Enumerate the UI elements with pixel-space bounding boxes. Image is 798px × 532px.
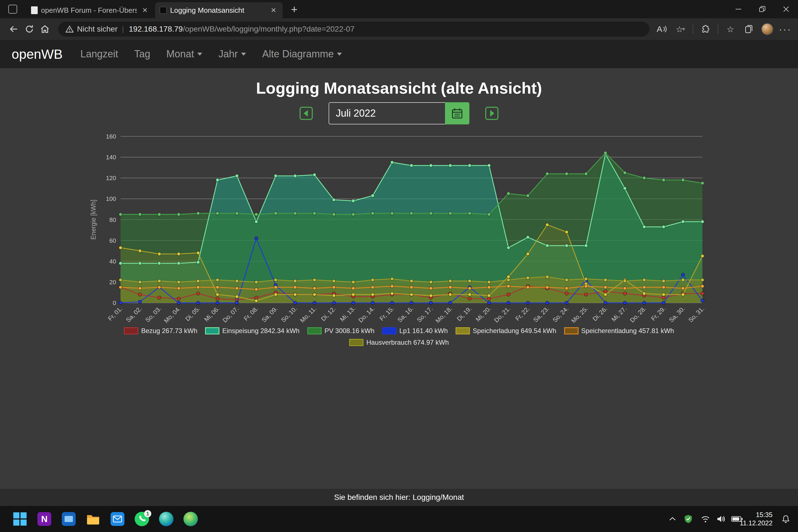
security-shield-icon[interactable] (682, 514, 695, 524)
svg-text:Fr, 22.: Fr, 22. (514, 305, 531, 322)
svg-text:Do, 07.: Do, 07. (222, 305, 240, 324)
settings-menu-icon[interactable]: ··· (779, 22, 792, 36)
tab-close-icon[interactable]: × (140, 5, 150, 15)
site-navbar: openWB Langzeit Tag Monat Jahr Alte Diag… (0, 40, 798, 68)
calendar-button[interactable] (445, 102, 469, 125)
onenote-icon[interactable]: N (36, 510, 53, 528)
svg-text:Mo, 18.: Mo, 18. (434, 305, 454, 324)
extensions-icon[interactable] (699, 22, 712, 36)
svg-text:Energie [kWh]: Energie [kWh] (90, 200, 97, 240)
home-icon[interactable] (37, 21, 53, 37)
legend-item: Bezug 267.73 kWh (124, 327, 197, 335)
tab-close-icon[interactable]: × (269, 5, 278, 15)
legend-item: Einspeisung 2842.34 kWh (205, 327, 300, 335)
svg-text:So, 17.: So, 17. (416, 305, 434, 324)
collections-icon[interactable] (743, 22, 756, 36)
date-navigation (0, 102, 798, 125)
profile-avatar[interactable] (761, 23, 773, 35)
legend-item: Speicherladung 649.54 kWh (456, 327, 556, 335)
legend-swatch (307, 327, 322, 335)
svg-text:Mo, 25.: Mo, 25. (570, 305, 589, 324)
refresh-icon[interactable] (22, 21, 37, 37)
toolbar-separator (718, 24, 718, 34)
legend-swatch (456, 327, 470, 335)
url-path: /openWB/web/logging/monthly.php?date=202… (183, 25, 355, 34)
svg-text:Fr, 01.: Fr, 01. (107, 305, 124, 322)
whatsapp-badge: 1 (144, 510, 151, 517)
next-month-button[interactable] (483, 104, 501, 122)
taskbar: N 1 (0, 506, 798, 532)
edge-icon[interactable] (157, 510, 175, 528)
svg-text:80: 80 (110, 216, 116, 223)
tray-chevron-up-icon[interactable] (666, 516, 679, 522)
volume-icon[interactable] (715, 515, 727, 523)
legend-swatch (124, 327, 138, 335)
screen: openWB Forum - Foren-Übersich × Logging … (0, 0, 798, 532)
minimize-button[interactable] (726, 0, 750, 18)
browser-titlebar: openWB Forum - Foren-Übersich × Logging … (0, 0, 798, 18)
browser-tab-logging[interactable]: Logging Monatsansicht × (155, 2, 283, 18)
mail-icon[interactable] (109, 510, 126, 528)
brand-logo[interactable]: openWB (12, 46, 63, 62)
previous-month-button[interactable] (297, 104, 315, 122)
breadcrumb-footer: Sie befinden sich hier: Logging/Monat (0, 489, 798, 506)
svg-text:So, 31.: So, 31. (687, 305, 706, 324)
svg-text:40: 40 (110, 258, 116, 265)
file-explorer-icon[interactable] (84, 510, 102, 528)
tab-title: Logging Monatsansicht (170, 6, 265, 15)
svg-text:100: 100 (106, 195, 116, 202)
svg-text:Sa, 30.: Sa, 30. (668, 305, 686, 324)
clock-date: 11.12.2022 (740, 519, 773, 527)
legend-swatch (382, 327, 397, 335)
legend-item: PV 3008.16 kWh (307, 327, 374, 335)
read-aloud-icon[interactable]: A (655, 22, 668, 36)
svg-text:60: 60 (110, 237, 116, 244)
browser-tab-forum[interactable]: openWB Forum - Foren-Übersich × (26, 2, 154, 18)
notification-icon[interactable] (780, 515, 792, 523)
legend-swatch (349, 339, 363, 346)
app-icon[interactable] (60, 510, 78, 528)
chart-legend: Bezug 267.73 kWhEinspeisung 2842.34 kWhP… (100, 327, 698, 346)
back-icon[interactable] (6, 21, 22, 37)
address-bar[interactable]: Nicht sicher | 192.168.178.79/openWB/web… (58, 22, 649, 37)
browser-toolbar: Nicht sicher | 192.168.178.79/openWB/web… (0, 18, 798, 40)
security-label: Nicht sicher (77, 25, 117, 34)
close-window-button[interactable] (774, 0, 798, 18)
nav-item-langzeit[interactable]: Langzeit (80, 48, 118, 60)
svg-text:So, 24.: So, 24. (551, 305, 570, 324)
legend-item: Speicherentladung 457.81 kWh (564, 327, 674, 335)
svg-text:Sa, 02.: Sa, 02. (125, 305, 143, 324)
svg-text:Do, 28.: Do, 28. (629, 305, 648, 324)
browser2-icon[interactable] (182, 510, 200, 528)
favorites-icon[interactable]: ☆ (724, 22, 737, 36)
svg-text:20: 20 (110, 279, 116, 286)
wifi-icon[interactable] (699, 515, 711, 523)
month-input[interactable] (329, 102, 445, 125)
svg-text:Mi, 06.: Mi, 06. (203, 305, 221, 323)
svg-text:140: 140 (106, 154, 116, 161)
svg-text:Do, 14.: Do, 14. (357, 305, 376, 324)
chevron-down-icon (197, 53, 202, 58)
nav-item-alte-diagramme[interactable]: Alte Diagramme (262, 48, 342, 60)
svg-text:Sa, 23.: Sa, 23. (532, 305, 551, 324)
tab-workspaces-icon[interactable] (8, 5, 17, 14)
url-host: 192.168.178.79 (129, 25, 183, 34)
nav-item-tag[interactable]: Tag (134, 48, 150, 60)
new-tab-button[interactable]: + (288, 4, 300, 16)
clock-time: 15:35 (740, 511, 773, 519)
svg-text:160: 160 (106, 133, 116, 140)
nav-item-monat[interactable]: Monat (166, 48, 202, 60)
svg-text:Sa, 09.: Sa, 09. (261, 305, 279, 324)
start-button-icon[interactable] (11, 510, 29, 528)
nav-item-jahr[interactable]: Jahr (218, 48, 246, 60)
legend-swatch (564, 327, 578, 335)
svg-text:Mi, 13.: Mi, 13. (339, 305, 356, 323)
svg-text:Mi, 27.: Mi, 27. (610, 305, 628, 323)
add-favorite-icon[interactable]: ☆+ (674, 22, 687, 36)
main-content: Logging Monatsansicht (alte Ansicht) 020… (0, 68, 798, 125)
whatsapp-icon[interactable]: 1 (133, 510, 151, 528)
toolbar-separator (693, 24, 693, 34)
taskbar-clock[interactable]: 15:35 11.12.2022 (740, 511, 773, 527)
restore-button[interactable] (750, 0, 774, 18)
svg-text:Do, 21.: Do, 21. (493, 305, 512, 324)
